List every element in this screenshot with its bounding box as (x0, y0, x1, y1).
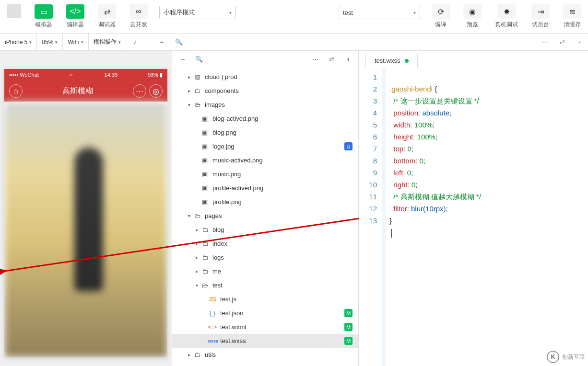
folder-icon: 🗀 (192, 351, 202, 358)
js-icon: JS (208, 296, 217, 303)
chevron-down-icon: ▾ (118, 40, 121, 45)
folder-blog[interactable]: ▸🗀blog (172, 223, 358, 237)
simulator-pane: ••••• WeChat ᯤ 14:39 93% ▮ ⌂ 高斯模糊 ⋯ ◎ (0, 51, 172, 366)
status-bar: ••••• WeChat ᯤ 14:39 93% ▮ (4, 69, 167, 80)
chevron-down-icon: ▾ (81, 40, 83, 45)
device-select[interactable]: iPhone 5▾ (0, 34, 37, 51)
logo-icon: K (547, 351, 559, 363)
image-icon: ▣ (200, 129, 210, 136)
folder-icon: 🗀 (200, 226, 210, 233)
file-wxml[interactable]: < >test.wxmlM (172, 320, 358, 334)
folder-test[interactable]: ▾🗁test (172, 278, 358, 292)
folder-pages[interactable]: ▾🗁pages (172, 209, 358, 223)
tab-test-wxss[interactable]: test.wxss (365, 53, 418, 68)
debugger-button[interactable]: ⇄ 调试器 (91, 0, 123, 33)
mute-icon[interactable]: ♪ (126, 34, 143, 51)
chevron-down-icon: ▾ (55, 40, 58, 45)
image-icon: ▣ (200, 184, 210, 192)
file-tree[interactable]: ▸▧cloud | prod ▸🗀components ▾🗁images ▣bl… (172, 68, 358, 366)
zoom-select[interactable]: 85%▾ (37, 34, 63, 51)
mode-select[interactable]: 小程序模式 ▾ (159, 6, 236, 19)
file-image[interactable]: ▣music.png (172, 167, 358, 181)
image-icon: ▣ (200, 198, 210, 206)
network-select[interactable]: WiFi▾ (63, 34, 89, 51)
code-icon: </> (66, 4, 84, 19)
add-icon[interactable]: ＋ (153, 34, 170, 51)
folder-images[interactable]: ▾🗁images (172, 98, 358, 112)
folder-utils[interactable]: ▸🗀utils (172, 348, 358, 362)
file-gitignore[interactable]: 🗋.gitignore (172, 362, 358, 366)
modified-dot-icon (405, 59, 409, 63)
close-icon[interactable]: ◎ (149, 84, 163, 98)
chevron-down-icon: ▾ (229, 10, 232, 15)
folder-open-icon: 🗁 (200, 282, 210, 289)
page-title: 高斯模糊 (62, 86, 93, 96)
background-button[interactable]: ⇥ 切后台 (525, 0, 556, 33)
file-image[interactable]: ▣profile.png (172, 195, 358, 209)
status-badge: U (344, 142, 353, 150)
real-debug-button[interactable]: ✸ 真机调试 (488, 0, 525, 33)
file-image[interactable]: ▣logo.jpgU (172, 139, 358, 153)
search-icon[interactable]: 🔍 (170, 34, 188, 51)
folder-icon: 🗀 (200, 240, 210, 247)
tree-toolbar: ＋ 🔍 ⋯ ⇄ ⫞ (172, 51, 358, 68)
mode-label: 小程序模式 (164, 8, 195, 17)
more-icon[interactable]: ⋯ (536, 34, 553, 51)
file-wxss[interactable]: wxsstest.wxssM (172, 334, 358, 348)
compile-button[interactable]: ⟳ 编译 (425, 0, 457, 33)
image-icon: ▣ (200, 171, 210, 178)
folder-logs[interactable]: ▸🗀logs (172, 251, 358, 264)
file-image[interactable]: ▣blog-actived.png (172, 112, 358, 126)
stack-icon: ≋ (563, 4, 581, 19)
code-editor[interactable]: 12345678910111213 .gaoshi-bendi { /* 这一步… (359, 68, 588, 366)
top-toolbar: ▭ 模拟器 </> 编辑器 ⇄ 调试器 ∞ 云开发 小程序模式 ▾ test ▾… (0, 0, 588, 34)
watermark-logo: K 创新互联 (547, 351, 585, 363)
file-image[interactable]: ▣music-actived.png (172, 153, 358, 167)
wifi-icon: ᯤ (69, 72, 74, 78)
file-image[interactable]: ▣profile-actived.png (172, 181, 358, 195)
chevron-down-icon: ▾ (413, 10, 416, 15)
preview-button[interactable]: ◉ 预览 (457, 0, 488, 33)
folder-index[interactable]: ▸🗀index (172, 237, 358, 251)
sim-ops-select[interactable]: 模拟操作▾ (89, 34, 126, 51)
add-file-icon[interactable]: ＋ (176, 53, 189, 66)
cloud-icon: ∞ (129, 4, 148, 19)
project-select[interactable]: test ▾ (339, 6, 420, 19)
code-content[interactable]: .gaoshi-bendi { /* 这一步设置是关键设置 */ positio… (386, 68, 481, 366)
project-label: test (343, 9, 353, 16)
more-icon[interactable]: ⋯ (308, 53, 322, 66)
menu-icon[interactable]: ⋯ (133, 84, 146, 98)
status-badge: M (344, 323, 353, 331)
file-js[interactable]: JStest.js (172, 292, 358, 306)
folder-icon: ▧ (192, 73, 202, 80)
main-area: ••••• WeChat ᯤ 14:39 93% ▮ ⌂ 高斯模糊 ⋯ ◎ (0, 51, 588, 366)
change-strip (382, 68, 386, 366)
status-badge: M (344, 309, 353, 317)
split-icon[interactable]: ⫞ (571, 34, 588, 51)
tab-label: test.wxss (375, 57, 400, 64)
cloud-button[interactable]: ∞ 云开发 (123, 0, 154, 33)
editor-button[interactable]: </> 编辑器 (59, 0, 91, 33)
image-icon: ▣ (200, 115, 210, 122)
file-image[interactable]: ▣blog.png (172, 126, 358, 139)
simulator-button[interactable]: ▭ 模拟器 (28, 0, 59, 33)
folder-open-icon: 🗁 (192, 101, 202, 108)
sliders-icon: ⇄ (98, 4, 116, 19)
collapse-icon[interactable]: ⇄ (325, 53, 338, 66)
home-icon[interactable]: ⌂ (9, 84, 23, 98)
clear-cache-button[interactable]: ≋ 清缓存 (556, 0, 588, 33)
settings-icon[interactable]: ⇄ (553, 34, 571, 51)
folder-cloud[interactable]: ▸▧cloud | prod (172, 70, 358, 84)
folder-me[interactable]: ▸🗀me (172, 264, 358, 278)
search-icon[interactable]: 🔍 (192, 53, 206, 66)
layout-icon[interactable]: ⫞ (341, 53, 354, 66)
folder-icon: 🗀 (200, 268, 210, 275)
folder-components[interactable]: ▸🗀components (172, 84, 358, 98)
folder-icon: 🗀 (192, 87, 202, 94)
image-icon: ▣ (200, 143, 210, 150)
file-json[interactable]: { }test.jsonM (172, 306, 358, 320)
eye-icon: ◉ (463, 4, 482, 19)
avatar[interactable] (7, 4, 21, 18)
phone-frame: ••••• WeChat ᯤ 14:39 93% ▮ ⌂ 高斯模糊 ⋯ ◎ (4, 69, 167, 357)
wxss-icon: wxss (208, 339, 217, 343)
